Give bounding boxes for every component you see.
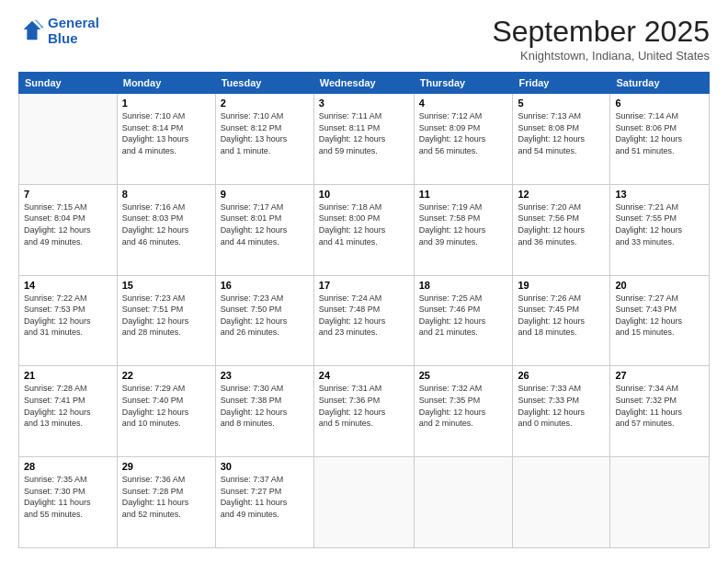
svg-marker-0 <box>24 21 41 40</box>
day-info: Sunrise: 7:10 AM Sunset: 8:12 PM Dayligh… <box>221 110 309 156</box>
calendar-cell: 22Sunrise: 7:29 AM Sunset: 7:40 PM Dayli… <box>117 366 215 457</box>
day-number: 7 <box>24 189 112 200</box>
day-info: Sunrise: 7:24 AM Sunset: 7:48 PM Dayligh… <box>319 293 409 339</box>
day-info: Sunrise: 7:35 AM Sunset: 7:30 PM Dayligh… <box>24 474 112 520</box>
calendar-cell: 13Sunrise: 7:21 AM Sunset: 7:55 PM Dayli… <box>610 184 710 275</box>
calendar-cell: 21Sunrise: 7:28 AM Sunset: 7:41 PM Dayli… <box>19 366 118 457</box>
day-number: 20 <box>615 280 704 291</box>
day-number: 19 <box>518 280 605 291</box>
calendar-cell <box>610 457 710 548</box>
day-number: 26 <box>518 370 605 381</box>
calendar-cell: 16Sunrise: 7:23 AM Sunset: 7:50 PM Dayli… <box>215 275 313 366</box>
day-info: Sunrise: 7:29 AM Sunset: 7:40 PM Dayligh… <box>122 383 210 429</box>
logo-text: General Blue <box>48 15 99 46</box>
day-of-week-header: Saturday <box>610 73 710 94</box>
calendar-week-row: 28Sunrise: 7:35 AM Sunset: 7:30 PM Dayli… <box>19 457 710 548</box>
calendar-cell: 23Sunrise: 7:30 AM Sunset: 7:38 PM Dayli… <box>215 366 313 457</box>
day-info: Sunrise: 7:27 AM Sunset: 7:43 PM Dayligh… <box>615 293 704 339</box>
day-info: Sunrise: 7:18 AM Sunset: 8:00 PM Dayligh… <box>319 201 409 247</box>
day-number: 25 <box>419 370 508 381</box>
day-number: 5 <box>518 98 605 109</box>
day-info: Sunrise: 7:33 AM Sunset: 7:33 PM Dayligh… <box>518 383 605 429</box>
day-number: 18 <box>419 280 508 291</box>
calendar-table: SundayMondayTuesdayWednesdayThursdayFrid… <box>18 72 710 548</box>
day-info: Sunrise: 7:34 AM Sunset: 7:32 PM Dayligh… <box>615 383 704 429</box>
day-number: 28 <box>24 461 112 472</box>
day-number: 9 <box>221 189 309 200</box>
calendar-cell: 12Sunrise: 7:20 AM Sunset: 7:56 PM Dayli… <box>513 184 610 275</box>
day-number: 6 <box>615 98 704 109</box>
logo-icon <box>18 17 44 43</box>
day-number: 14 <box>24 280 112 291</box>
calendar-cell: 18Sunrise: 7:25 AM Sunset: 7:46 PM Dayli… <box>414 275 513 366</box>
day-of-week-header: Thursday <box>414 73 513 94</box>
day-of-week-header: Tuesday <box>215 73 313 94</box>
day-info: Sunrise: 7:14 AM Sunset: 8:06 PM Dayligh… <box>615 110 704 156</box>
calendar-cell <box>513 457 610 548</box>
day-info: Sunrise: 7:11 AM Sunset: 8:11 PM Dayligh… <box>319 110 409 156</box>
calendar-cell: 17Sunrise: 7:24 AM Sunset: 7:48 PM Dayli… <box>313 275 414 366</box>
calendar-cell: 7Sunrise: 7:15 AM Sunset: 8:04 PM Daylig… <box>19 184 118 275</box>
day-info: Sunrise: 7:16 AM Sunset: 8:03 PM Dayligh… <box>122 201 210 247</box>
day-number: 12 <box>518 189 605 200</box>
calendar-cell: 25Sunrise: 7:32 AM Sunset: 7:35 PM Dayli… <box>414 366 513 457</box>
calendar-cell: 15Sunrise: 7:23 AM Sunset: 7:51 PM Dayli… <box>117 275 215 366</box>
day-info: Sunrise: 7:23 AM Sunset: 7:50 PM Dayligh… <box>221 293 309 339</box>
calendar-week-row: 1Sunrise: 7:10 AM Sunset: 8:14 PM Daylig… <box>19 94 710 185</box>
day-info: Sunrise: 7:32 AM Sunset: 7:35 PM Dayligh… <box>419 383 508 429</box>
day-number: 10 <box>319 189 409 200</box>
day-info: Sunrise: 7:25 AM Sunset: 7:46 PM Dayligh… <box>419 293 508 339</box>
month-title: September 2025 <box>492 15 710 49</box>
calendar-cell: 24Sunrise: 7:31 AM Sunset: 7:36 PM Dayli… <box>313 366 414 457</box>
calendar-week-row: 21Sunrise: 7:28 AM Sunset: 7:41 PM Dayli… <box>19 366 710 457</box>
calendar-cell: 20Sunrise: 7:27 AM Sunset: 7:43 PM Dayli… <box>610 275 710 366</box>
day-info: Sunrise: 7:15 AM Sunset: 8:04 PM Dayligh… <box>24 201 112 247</box>
calendar-cell: 28Sunrise: 7:35 AM Sunset: 7:30 PM Dayli… <box>19 457 118 548</box>
header: General Blue September 2025 Knightstown,… <box>18 15 710 63</box>
day-of-week-header: Monday <box>117 73 215 94</box>
calendar-cell: 2Sunrise: 7:10 AM Sunset: 8:12 PM Daylig… <box>215 94 313 185</box>
day-number: 24 <box>319 370 409 381</box>
day-info: Sunrise: 7:17 AM Sunset: 8:01 PM Dayligh… <box>221 201 309 247</box>
day-of-week-header: Wednesday <box>313 73 414 94</box>
calendar-cell <box>19 94 118 185</box>
day-number: 29 <box>122 461 210 472</box>
logo: General Blue <box>18 15 99 46</box>
day-number: 11 <box>419 189 508 200</box>
day-info: Sunrise: 7:20 AM Sunset: 7:56 PM Dayligh… <box>518 201 605 247</box>
day-info: Sunrise: 7:26 AM Sunset: 7:45 PM Dayligh… <box>518 293 605 339</box>
day-info: Sunrise: 7:23 AM Sunset: 7:51 PM Dayligh… <box>122 293 210 339</box>
calendar-cell: 3Sunrise: 7:11 AM Sunset: 8:11 PM Daylig… <box>313 94 414 185</box>
day-number: 21 <box>24 370 112 381</box>
calendar-cell: 30Sunrise: 7:37 AM Sunset: 7:27 PM Dayli… <box>215 457 313 548</box>
day-of-week-header: Friday <box>513 73 610 94</box>
day-number: 30 <box>221 461 309 472</box>
day-info: Sunrise: 7:13 AM Sunset: 8:08 PM Dayligh… <box>518 110 605 156</box>
calendar-header-row: SundayMondayTuesdayWednesdayThursdayFrid… <box>19 73 710 94</box>
calendar-cell: 10Sunrise: 7:18 AM Sunset: 8:00 PM Dayli… <box>313 184 414 275</box>
day-info: Sunrise: 7:30 AM Sunset: 7:38 PM Dayligh… <box>221 383 309 429</box>
calendar-cell: 1Sunrise: 7:10 AM Sunset: 8:14 PM Daylig… <box>117 94 215 185</box>
day-number: 13 <box>615 189 704 200</box>
calendar-cell <box>414 457 513 548</box>
calendar-cell: 14Sunrise: 7:22 AM Sunset: 7:53 PM Dayli… <box>19 275 118 366</box>
day-number: 15 <box>122 280 210 291</box>
day-info: Sunrise: 7:31 AM Sunset: 7:36 PM Dayligh… <box>319 383 409 429</box>
title-block: September 2025 Knightstown, Indiana, Uni… <box>492 15 710 63</box>
day-info: Sunrise: 7:22 AM Sunset: 7:53 PM Dayligh… <box>24 293 112 339</box>
day-info: Sunrise: 7:28 AM Sunset: 7:41 PM Dayligh… <box>24 383 112 429</box>
calendar-cell: 9Sunrise: 7:17 AM Sunset: 8:01 PM Daylig… <box>215 184 313 275</box>
calendar-cell: 8Sunrise: 7:16 AM Sunset: 8:03 PM Daylig… <box>117 184 215 275</box>
day-number: 27 <box>615 370 704 381</box>
calendar-cell: 11Sunrise: 7:19 AM Sunset: 7:58 PM Dayli… <box>414 184 513 275</box>
day-number: 3 <box>319 98 409 109</box>
calendar-cell: 29Sunrise: 7:36 AM Sunset: 7:28 PM Dayli… <box>117 457 215 548</box>
calendar-cell: 19Sunrise: 7:26 AM Sunset: 7:45 PM Dayli… <box>513 275 610 366</box>
day-number: 1 <box>122 98 210 109</box>
page: General Blue September 2025 Knightstown,… <box>0 0 728 563</box>
day-number: 22 <box>122 370 210 381</box>
day-info: Sunrise: 7:19 AM Sunset: 7:58 PM Dayligh… <box>419 201 508 247</box>
day-info: Sunrise: 7:36 AM Sunset: 7:28 PM Dayligh… <box>122 474 210 520</box>
day-number: 2 <box>221 98 309 109</box>
calendar-cell: 4Sunrise: 7:12 AM Sunset: 8:09 PM Daylig… <box>414 94 513 185</box>
